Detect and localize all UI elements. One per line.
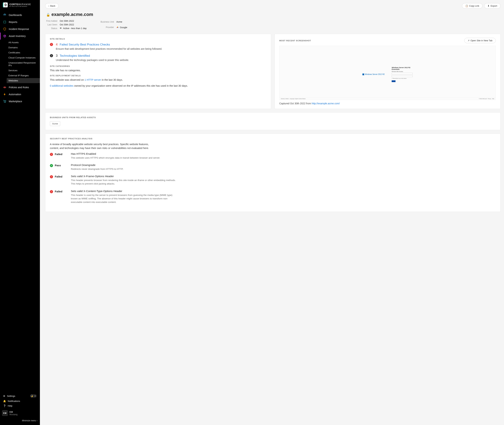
bu-tag[interactable]: Acme bbox=[50, 121, 60, 126]
inventory-icon bbox=[3, 34, 6, 38]
nav-marketplace[interactable]: Marketplace bbox=[0, 98, 40, 105]
check-icon: ✓ bbox=[50, 164, 53, 167]
deploy-title: SITE DEPLOYMENT DETAILS bbox=[50, 74, 266, 77]
settings-link[interactable]: ⚙ Settings 🌙☀ bbox=[0, 393, 40, 399]
analysis-item-title: Sets valid X-Content-Type-Options Header bbox=[71, 190, 496, 193]
clipboard-icon: 📋 bbox=[465, 5, 468, 7]
notifications-label: Notifications bbox=[8, 400, 20, 402]
sub-external-ip-ranges[interactable]: External IP Ranges bbox=[8, 73, 40, 78]
logo-mark-icon bbox=[3, 2, 8, 7]
help-icon: ❔ bbox=[3, 405, 6, 407]
checks-count: 4 bbox=[56, 43, 58, 46]
nav-policies[interactable]: Policies and Rules bbox=[0, 84, 40, 91]
nav-reports[interactable]: Reports bbox=[0, 19, 40, 26]
info-icon: i bbox=[50, 54, 53, 57]
back-button[interactable]: ‹ Back bbox=[45, 3, 59, 9]
user-org: Mustang bbox=[9, 413, 18, 416]
analysis-item-title: Has HTTPS Enabled bbox=[71, 152, 496, 155]
additional-text: 0 additional websites owned by your orga… bbox=[50, 84, 266, 88]
help-link[interactable]: ❔ Help bbox=[0, 404, 40, 408]
download-icon: ⬇ bbox=[488, 5, 490, 7]
chevron-left-icon: ‹ bbox=[48, 5, 49, 7]
business-units-card: BUSINESS UNITS FROM RELATED ASSETS Acme bbox=[45, 112, 500, 130]
automation-icon bbox=[3, 93, 6, 96]
minimize-menu[interactable]: Minimize menu ‹ bbox=[0, 418, 40, 423]
nav-automation[interactable]: Automation bbox=[0, 91, 40, 98]
open-site-button[interactable]: ↗ Open Site in New Tab bbox=[464, 38, 496, 43]
sub-all-assets[interactable]: All Assets bbox=[8, 40, 40, 45]
topbar: ‹ Back 📋 Copy Link ⬇ Export bbox=[45, 3, 500, 9]
alert-icon: ! bbox=[50, 190, 53, 193]
nav-dashboards[interactable]: Dashboards bbox=[0, 12, 40, 19]
meta-label: Status bbox=[46, 27, 57, 30]
main-nav: Dashboards Reports Incident Response Ass… bbox=[0, 10, 40, 392]
tech-link[interactable]: Technologies Identified bbox=[60, 54, 90, 58]
brand-title-light: XPANSE bbox=[20, 3, 31, 6]
alert-icon: ! bbox=[50, 43, 53, 46]
analysis-item-desc: This header is used by the server to pre… bbox=[71, 193, 179, 204]
shield-icon bbox=[3, 27, 6, 31]
nav-incident-response[interactable]: Incident Response bbox=[0, 26, 40, 33]
nav-label: Incident Response bbox=[9, 28, 29, 30]
nav-label: Marketplace bbox=[9, 100, 22, 103]
screenshot-card: MOST RECENT SCREENSHOT ↗ Open Site in Ne… bbox=[275, 34, 500, 109]
user-row[interactable]: KM KM Mustang bbox=[0, 408, 40, 418]
analysis-list: ! Failed Has HTTPS Enabled This website … bbox=[50, 152, 496, 204]
meta-grid: First Added Oct 30th 2022 Last Seen Oct … bbox=[46, 20, 500, 30]
google-cloud-icon bbox=[116, 26, 119, 28]
analysis-row: ! Failed Sets valid X-Content-Type-Optio… bbox=[50, 190, 496, 204]
analysis-status-text: Failed bbox=[55, 190, 62, 193]
export-label: Export bbox=[491, 5, 497, 7]
reports-icon bbox=[3, 20, 6, 24]
ss-login-form: Windows Server 2012 R2 Essentials Remote… bbox=[392, 67, 413, 82]
analysis-status-text: Failed bbox=[55, 153, 62, 156]
meta-label: Business Unit bbox=[101, 21, 114, 23]
sub-domains[interactable]: Domains bbox=[8, 45, 40, 50]
eye-icon: 👁 bbox=[60, 27, 62, 30]
analysis-row: ! Failed Has HTTPS Enabled This website … bbox=[50, 152, 496, 160]
help-label: Help bbox=[8, 405, 13, 407]
back-label: Back bbox=[50, 5, 55, 7]
nav-asset-inventory[interactable]: Asset Inventory bbox=[0, 33, 40, 40]
copy-link-button[interactable]: 📋 Copy Link bbox=[462, 3, 483, 9]
ss-winserver-logo: Windows Server 2012 R2 bbox=[362, 73, 385, 75]
meta-provider: Google bbox=[116, 26, 127, 29]
export-button[interactable]: ⬇ Export bbox=[484, 3, 500, 9]
checks-link[interactable]: Failed Security Best Practices Checks bbox=[60, 43, 110, 46]
sub-services[interactable]: Services bbox=[8, 68, 40, 73]
sub-certificates[interactable]: Certificates bbox=[8, 50, 40, 55]
analysis-intro: A review of broadly applicable website s… bbox=[50, 142, 158, 150]
avatar: KM bbox=[2, 410, 8, 416]
nav-label: Policies and Rules bbox=[9, 86, 29, 89]
sub-cloud-compute[interactable]: Cloud Compute Instances bbox=[8, 55, 40, 60]
notifications-link[interactable]: 🔔 Notifications bbox=[0, 399, 40, 404]
svg-rect-0 bbox=[4, 21, 6, 23]
analysis-row: ! Failed Sets valid X-Frame-Options Head… bbox=[50, 175, 496, 186]
nav-inventory-sub: All Assets Domains Certificates Cloud Co… bbox=[0, 40, 40, 84]
screenshot-url-link[interactable]: http://example.acme.com/ bbox=[312, 102, 340, 105]
site-details-card: SITE DETAILS ! 4 Failed Security Best Pr… bbox=[45, 34, 271, 109]
screenshot-caption: Captured Oct 30th 2022 from http://examp… bbox=[279, 102, 496, 105]
page-title-row: 🔓 example.acme.com bbox=[46, 12, 500, 17]
svg-point-1 bbox=[4, 87, 5, 88]
checks-desc: Ensure that web development best practic… bbox=[56, 47, 266, 51]
meta-bu: Acme bbox=[116, 20, 127, 23]
nav-label: Reports bbox=[9, 21, 17, 23]
copy-label: Copy Link bbox=[469, 5, 479, 7]
minimize-label: Minimize menu bbox=[22, 419, 36, 422]
moon-icon: 🌙 bbox=[30, 395, 33, 397]
theme-toggle[interactable]: 🌙☀ bbox=[30, 394, 37, 398]
sub-unassoc-ips[interactable]: Unassociated Responsive IPs bbox=[8, 60, 40, 68]
http-server-link[interactable]: 1 HTTP server bbox=[85, 78, 101, 81]
bell-icon: 🔔 bbox=[3, 400, 6, 402]
analysis-item-desc: Redirects never downgrade from HTTPS to … bbox=[71, 167, 179, 171]
dashboard-icon bbox=[3, 13, 6, 17]
deploy-text: This website was observed on 1 HTTP serv… bbox=[50, 78, 266, 82]
screenshot-preview[interactable]: Windows Server 2012 R2 Windows Server 20… bbox=[279, 46, 496, 100]
meta-label: Provider bbox=[101, 26, 114, 28]
main-content: ‹ Back 📋 Copy Link ⬇ Export 🔓 example.ac… bbox=[40, 0, 504, 425]
additional-websites-link[interactable]: 0 additional websites bbox=[50, 84, 73, 87]
sub-websites[interactable]: Websites bbox=[7, 78, 40, 83]
svg-point-4 bbox=[117, 27, 118, 27]
analysis-item-title: Sets valid X-Frame-Options Header bbox=[71, 175, 496, 178]
